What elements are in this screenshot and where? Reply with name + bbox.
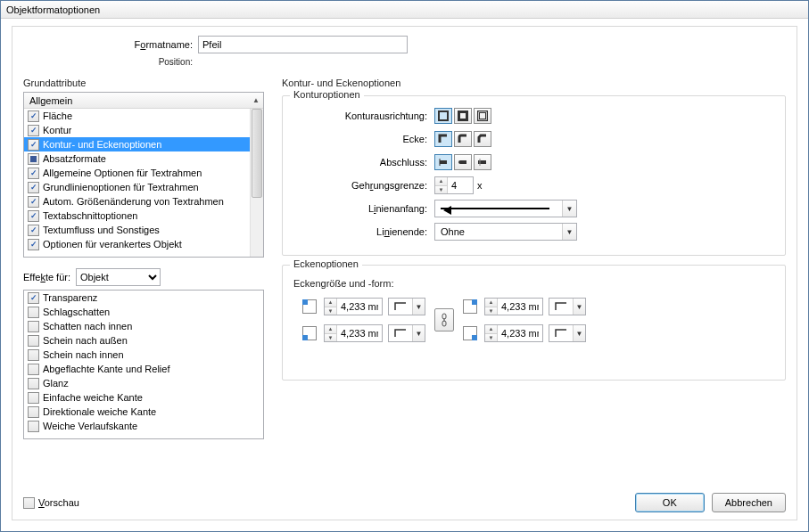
list-item[interactable]: Textabschnittoptionen [24,209,250,223]
list-item-label: Autom. Größenänderung von Textrahmen [43,196,224,207]
link-corners-button[interactable] [434,308,454,331]
ecken-sub-label: Eckengröße und -form: [293,278,774,289]
corner-br-spinner[interactable]: ▲▼ [484,324,543,342]
list-item[interactable]: Abgeflachte Kante und Relief [24,362,263,376]
list-item-label: Schlagschatten [43,307,110,317]
right-heading: Kontur- und Eckenoptionen [282,78,786,88]
checkbox[interactable] [28,168,39,179]
list-item[interactable]: Schlagschatten [24,305,263,319]
list-item[interactable]: Weiche Verlaufskante [24,419,263,433]
cancel-button[interactable]: Abbrechen [712,493,786,512]
gehrung-label: Gehrungsgrenze: [293,180,427,191]
vorschau-row[interactable]: Vorschau [23,497,79,509]
list-item[interactable]: Absatzformate [24,151,250,166]
list-item[interactable]: Textumfluss und Sonstiges [24,223,250,237]
spin-down-icon[interactable]: ▼ [435,186,447,194]
formatname-input[interactable] [198,36,408,53]
checkbox[interactable] [28,378,39,389]
list-item[interactable]: Schein nach außen [24,333,263,348]
bevel-join-icon[interactable] [474,131,491,147]
svg-rect-5 [440,160,447,164]
round-join-icon[interactable] [454,131,472,147]
list-item-label: Fläche [43,110,72,121]
checkbox[interactable] [28,364,39,375]
miter-join-icon[interactable] [434,131,452,147]
list-item[interactable]: Kontur- und Eckenoptionen [24,137,250,151]
arrow-line-icon [441,208,549,209]
grundattribute-title: Grundattribute [23,78,264,88]
corner-tl-shape[interactable]: ▼ [388,298,425,315]
gehrung-mult: x [477,180,483,191]
formatname-row: Formatname: [112,36,786,53]
svg-rect-3 [480,113,486,119]
list-item[interactable]: Transparenz [24,291,263,305]
list-item-label: Textumfluss und Sonstiges [43,225,160,235]
list-item-label: Kontur- und Eckenoptionen [43,139,161,150]
round-cap-icon[interactable] [454,154,472,170]
list-item[interactable]: Direktionale weiche Kante [24,405,263,419]
projecting-cap-icon[interactable] [474,154,491,170]
checkbox[interactable] [28,292,39,304]
linienende-label: Linienende: [293,226,427,237]
checkbox[interactable] [28,196,39,208]
checkbox[interactable] [28,335,39,347]
corner-tr-spinner[interactable]: ▲▼ [484,298,543,315]
corner-tl-spinner[interactable]: ▲▼ [324,298,383,315]
checkbox[interactable] [28,349,39,361]
ok-button[interactable]: OK [635,493,705,512]
checkbox[interactable] [28,125,39,136]
scrollbar[interactable] [250,109,263,257]
scrollbar-thumb[interactable] [252,109,262,198]
list-header-allgemein[interactable]: Allgemein ▲ [24,93,263,109]
checkbox[interactable] [28,182,39,193]
checkbox[interactable] [28,421,39,432]
list-item[interactable]: Grundlinienoptionen für Textrahmen [24,180,250,194]
list-item[interactable]: Glanz [24,376,263,390]
checkbox[interactable] [28,406,39,418]
align-center-icon[interactable] [434,108,452,124]
checkbox[interactable] [28,139,39,151]
list-item[interactable]: Einfache weiche Kante [24,390,263,405]
dialog-content: Formatname: Position: Grundattribute All… [12,26,797,520]
checkbox[interactable] [28,307,39,318]
list-item[interactable]: Kontur [24,123,250,137]
butt-cap-icon[interactable] [434,154,452,170]
gehrung-spinner[interactable]: ▲▼ [434,176,474,194]
effects-target-select[interactable]: Objekt [76,268,161,286]
corner-bl-spinner[interactable]: ▲▼ [324,324,383,342]
checkbox[interactable] [28,210,39,222]
effects-list[interactable]: TransparenzSchlagschattenSchatten nach i… [23,290,264,439]
collapse-icon: ▲ [252,96,260,104]
checkbox[interactable] [28,392,39,404]
vorschau-checkbox[interactable] [23,497,35,509]
list-item[interactable]: Autom. Größenänderung von Textrahmen [24,194,250,209]
list-item[interactable]: Optionen für verankertes Objekt [24,237,250,251]
list-item[interactable]: Schein nach innen [24,348,263,362]
gehrung-input[interactable] [448,177,473,193]
corner-bl-shape[interactable]: ▼ [388,324,425,342]
corner-bl-input[interactable] [337,325,382,341]
corner-tr-shape[interactable]: ▼ [549,298,586,315]
spin-up-icon[interactable]: ▲ [435,177,447,186]
linienende-value: Ohne [435,226,562,237]
list-item[interactable]: Schatten nach innen [24,319,263,333]
corner-tl-input[interactable] [337,299,382,315]
checkbox[interactable] [28,153,39,165]
linienende-combo[interactable]: Ohne ▼ [434,223,577,241]
checkbox[interactable] [28,239,39,250]
effects-label: Effekte für: [23,272,70,282]
checkbox[interactable] [28,225,39,236]
corner-br-shape[interactable]: ▼ [549,324,586,342]
svg-point-8 [458,160,462,164]
grundattribute-list[interactable]: Allgemein ▲ FlächeKonturKontur- und Ecke… [23,92,264,258]
list-item[interactable]: Allgemeine Optionen für Textrahmen [24,166,250,180]
corner-br-input[interactable] [498,325,542,341]
align-outside-icon[interactable] [474,108,491,124]
checkbox[interactable] [28,321,39,332]
linienanfang-combo[interactable]: ▼ [434,200,577,217]
align-inside-icon[interactable] [454,108,472,124]
abschluss-buttons [434,154,491,170]
list-item[interactable]: Fläche [24,109,250,123]
corner-tr-input[interactable] [498,299,542,315]
checkbox[interactable] [28,110,39,122]
